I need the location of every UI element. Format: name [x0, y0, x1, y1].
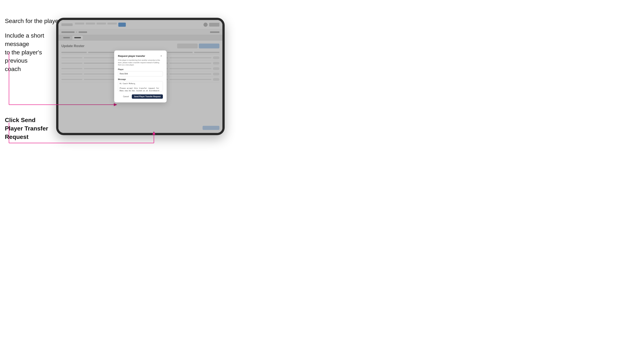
send-transfer-request-button[interactable]: Send Player Transfer Request	[132, 94, 163, 99]
tablet-frame: Update Roster	[56, 18, 225, 135]
player-field-label: Player	[118, 68, 163, 70]
annotation-message: Include a short message to the player's …	[5, 31, 54, 73]
modal-description: If the player is transferring from anoth…	[118, 59, 163, 66]
message-textarea[interactable]	[118, 81, 163, 91]
annotation-click: Click Send Player Transfer Request	[5, 116, 54, 141]
tablet-screen: Update Roster	[58, 20, 222, 133]
player-input[interactable]	[118, 71, 163, 76]
modal-title: Request player transfer	[118, 55, 145, 57]
close-icon[interactable]: ×	[160, 54, 163, 58]
cancel-button[interactable]: Cancel	[122, 95, 130, 98]
modal-dialog: Request player transfer × If the player …	[114, 50, 166, 102]
modal-overlay: Request player transfer × If the player …	[58, 20, 222, 133]
message-field-label: Message	[118, 78, 163, 80]
annotation-search: Search for the player.	[5, 17, 62, 25]
